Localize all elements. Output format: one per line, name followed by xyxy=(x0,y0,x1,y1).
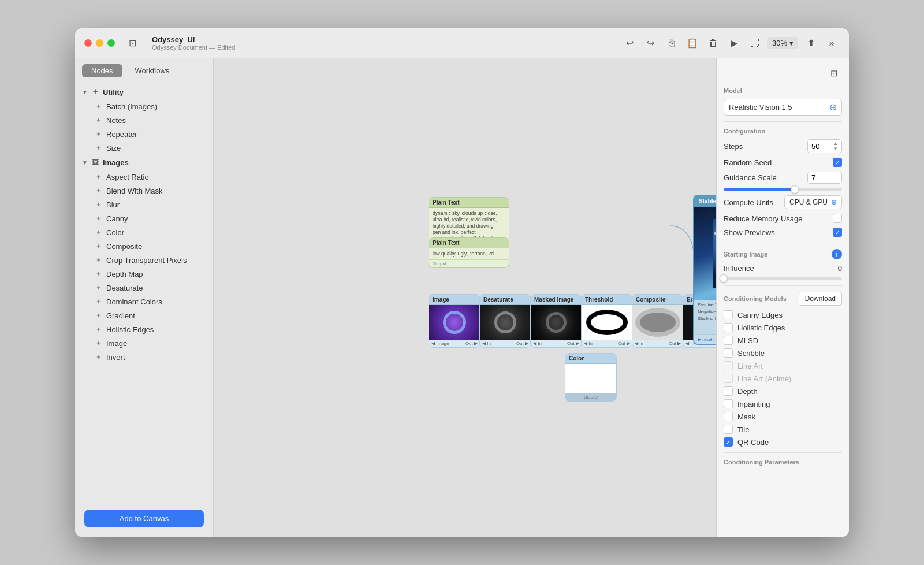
threshold-node[interactable]: Threshold ◀ InOut ▶ xyxy=(581,294,633,348)
scribble-checkbox[interactable] xyxy=(724,348,733,358)
close-button[interactable] xyxy=(84,39,92,47)
canvas-area[interactable]: Plain Text dynamic sky, clouds up close,… xyxy=(214,58,716,537)
desaturate-node[interactable]: Desaturate ◀ InOut ▶ xyxy=(479,294,531,348)
scribble-label: Scribble xyxy=(737,349,842,358)
export-button[interactable]: ⬆ xyxy=(803,35,819,51)
model-select[interactable]: Realistic Vision 1.5 ⊕ xyxy=(724,99,842,116)
sidebar-item-holistic-edges[interactable]: ✦ Holistic Edges xyxy=(77,322,211,336)
conditioning-item-line-art-anime: Line Art (Anime) xyxy=(724,374,842,383)
sidebar-item-notes-label: Notes xyxy=(106,116,126,125)
holistic-edges-label: Holistic Edges xyxy=(737,324,842,332)
sidebar-item-composite[interactable]: ✦ Composite xyxy=(77,239,211,253)
tab-workflows[interactable]: Workflows xyxy=(126,64,179,77)
sidebar-item-gradient[interactable]: ✦ Gradient xyxy=(77,308,211,322)
tab-nodes[interactable]: Nodes xyxy=(82,64,122,77)
model-section-title: Model xyxy=(724,87,842,94)
traffic-lights xyxy=(84,39,115,47)
sidebar-item-desaturate[interactable]: ✦ Desaturate xyxy=(77,281,211,295)
sidebar-item-invert[interactable]: ✦ Invert xyxy=(77,350,211,364)
mlsd-checkbox[interactable] xyxy=(724,336,733,345)
sidebar-item-crop-transparent[interactable]: ✦ Crop Transparent Pixels xyxy=(77,253,211,267)
canny-edges-checkbox[interactable] xyxy=(724,310,733,319)
maximize-button[interactable] xyxy=(107,39,115,47)
undo-button[interactable]: ↩ xyxy=(622,35,638,51)
composite-icon: ✦ xyxy=(94,241,103,251)
steps-input[interactable]: 50 ▲▼ xyxy=(807,139,842,153)
add-to-canvas-button[interactable]: Add to Canvas xyxy=(84,510,204,527)
frame-button[interactable]: ⛶ xyxy=(747,35,763,51)
sidebar-item-batch-images[interactable]: ✦ Batch (Images) xyxy=(77,99,211,113)
sidebar-items: ▼ ✦ Utility ✦ Batch (Images) ✦ Notes ✦ R… xyxy=(75,82,213,505)
sidebar-section-images[interactable]: ▼ 🖼 Images xyxy=(75,155,213,170)
reduce-memory-row: Reduce Memory Usage xyxy=(724,214,842,223)
steps-row: Steps 50 ▲▼ xyxy=(724,139,842,153)
qr-code-checkbox[interactable] xyxy=(724,437,733,447)
image-node[interactable]: Image ◀ ImageOut ▶ xyxy=(429,294,480,348)
sidebar-item-size[interactable]: ✦ Size xyxy=(77,141,211,155)
inpainting-checkbox[interactable] xyxy=(724,399,733,408)
compute-units-label: Compute Units xyxy=(724,198,784,207)
threshold-node-thumb xyxy=(582,305,632,340)
titlebar-info: Odyssey_UI Odyssey Document — Edited xyxy=(152,35,235,51)
color-node[interactable]: Color SOLID xyxy=(565,353,617,402)
copy-button[interactable]: ⎘ xyxy=(664,35,680,51)
sidebar-item-blend-with-mask[interactable]: ✦ Blend With Mask xyxy=(77,184,211,198)
tile-checkbox[interactable] xyxy=(724,425,733,434)
zoom-control[interactable]: 30% ▾ xyxy=(767,37,798,49)
stable-diffusion-body: Positive Text Negative Text Starting Ima… xyxy=(694,300,716,334)
conditioning-models-header-row: Conditioning Models Download xyxy=(724,292,842,306)
canny-icon: ✦ xyxy=(94,214,103,223)
download-button[interactable]: Download xyxy=(799,292,842,306)
sidebar-item-image[interactable]: ✦ Image xyxy=(77,336,211,350)
minimize-button[interactable] xyxy=(96,39,103,47)
sidebar-section-utility[interactable]: ▼ ✦ Utility xyxy=(75,84,213,99)
composite-node[interactable]: Composite ◀ InOut ▶ xyxy=(632,294,684,348)
influence-slider[interactable] xyxy=(724,277,842,280)
guidance-scale-slider-fill xyxy=(724,188,795,191)
sidebar-item-repeater[interactable]: ✦ Repeater xyxy=(77,127,211,141)
random-seed-checkbox[interactable] xyxy=(833,158,842,167)
steps-arrows[interactable]: ▲▼ xyxy=(833,141,838,151)
sidebar-item-dominant-colors-label: Dominant Colors xyxy=(106,298,162,306)
sidebar-item-canny[interactable]: ✦ Canny xyxy=(77,211,211,225)
sidebar-item-holistic-edges-label: Holistic Edges xyxy=(106,325,154,334)
masked-image-node-thumb xyxy=(531,305,582,340)
masked-image-node[interactable]: Masked Image ◀ InOut ▶ xyxy=(530,294,582,348)
influence-slider-thumb[interactable] xyxy=(720,274,728,282)
mask-checkbox[interactable] xyxy=(724,412,733,421)
line-art-checkbox[interactable] xyxy=(724,361,733,370)
conditioning-item-mask: Mask xyxy=(724,412,842,421)
sidebar-item-blur[interactable]: ✦ Blur xyxy=(77,198,211,211)
sidebar-item-depth-map[interactable]: ✦ Depth Map xyxy=(77,267,211,281)
sidebar-item-invert-label: Invert xyxy=(106,353,125,362)
color-icon: ✦ xyxy=(94,228,103,237)
qr-code-label: QR Code xyxy=(737,438,842,447)
sidebar-item-dominant-colors[interactable]: ✦ Dominant Colors xyxy=(77,295,211,308)
play-button[interactable]: ▶ xyxy=(726,35,742,51)
blur-icon: ✦ xyxy=(94,200,103,209)
text-node-2[interactable]: Plain Text low quality, ugly, cartoon, 2… xyxy=(429,237,509,268)
stable-diffusion-node[interactable]: Stable Diffusion xyxy=(693,195,716,345)
delete-button[interactable]: 🗑 xyxy=(705,35,721,51)
more-button[interactable]: » xyxy=(824,35,840,51)
compute-units-select[interactable]: CPU & GPU ⊕ xyxy=(784,195,842,209)
conditioning-item-holistic-edges: Holistic Edges xyxy=(724,323,842,332)
titlebar: ⊡ Odyssey_UI Odyssey Document — Edited ↩… xyxy=(75,28,849,58)
guidance-scale-slider[interactable] xyxy=(724,188,842,191)
sidebar-item-color[interactable]: ✦ Color xyxy=(77,225,211,239)
sidebar-item-notes[interactable]: ✦ Notes xyxy=(77,113,211,127)
sidebar-item-aspect-ratio[interactable]: ✦ Aspect Ratio xyxy=(77,170,211,184)
guidance-scale-input[interactable]: 7 xyxy=(807,172,842,184)
line-art-anime-checkbox[interactable] xyxy=(724,374,733,383)
holistic-edges-checkbox[interactable] xyxy=(724,323,733,332)
reduce-memory-checkbox[interactable] xyxy=(833,214,842,223)
panel-toggle-button[interactable]: ⊡ xyxy=(826,65,842,81)
sidebar-toggle-button[interactable]: ⊡ xyxy=(124,35,140,51)
redo-button[interactable]: ↪ xyxy=(643,35,659,51)
paste-button[interactable]: 📋 xyxy=(684,35,701,51)
depth-checkbox[interactable] xyxy=(724,386,733,396)
show-previews-checkbox[interactable] xyxy=(833,228,842,237)
line-art-anime-label: Line Art (Anime) xyxy=(737,374,842,383)
threshold-node-header: Threshold xyxy=(582,295,632,305)
guidance-scale-slider-thumb[interactable] xyxy=(791,185,799,194)
